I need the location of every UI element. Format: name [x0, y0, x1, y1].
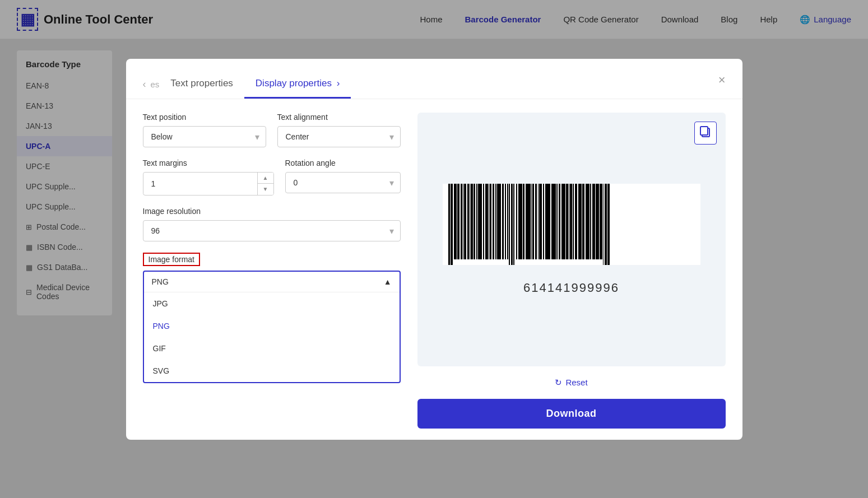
image-format-dropdown: JPG PNG GIF SVG: [144, 292, 400, 382]
svg-rect-113: [591, 184, 591, 259]
svg-rect-89: [533, 184, 534, 259]
svg-rect-106: [573, 184, 574, 259]
format-option-jpg[interactable]: JPG: [144, 292, 400, 315]
image-format-value: PNG: [152, 277, 169, 286]
svg-rect-39: [562, 184, 563, 259]
svg-rect-84: [520, 184, 522, 259]
preview-panel: 614141999996 ↻ Reset Download: [417, 113, 726, 429]
copy-icon: [699, 125, 712, 138]
svg-rect-118: [603, 184, 604, 265]
svg-rect-81: [514, 184, 514, 265]
barcode-preview-area: 614141999996: [417, 113, 726, 366]
svg-rect-95: [547, 184, 549, 259]
text-alignment-label: Text alignment: [277, 113, 401, 122]
text-position-label: Text position: [143, 113, 266, 122]
svg-rect-83: [518, 184, 519, 259]
svg-rect-74: [497, 184, 499, 259]
svg-rect-90: [535, 184, 537, 259]
image-resolution-group: Image resolution 96 ▾: [143, 207, 401, 241]
svg-rect-116: [598, 184, 598, 259]
reset-label: Reset: [565, 378, 587, 387]
svg-rect-112: [588, 184, 590, 259]
image-format-group: Image format PNG ▲ JPG PNG GIF SVG: [143, 253, 401, 383]
download-button[interactable]: Download: [417, 399, 726, 429]
image-format-select[interactable]: PNG ▲ JPG PNG GIF SVG: [143, 271, 401, 383]
format-option-png[interactable]: PNG: [144, 315, 400, 337]
svg-rect-66: [478, 184, 480, 259]
svg-rect-34: [546, 184, 547, 259]
svg-rect-71: [490, 184, 491, 259]
svg-rect-87: [528, 184, 530, 259]
svg-rect-103: [567, 184, 568, 259]
text-margins-group: Text margins 1 ▲ ▼: [143, 159, 274, 196]
tab-display-properties[interactable]: Display properties ›: [244, 70, 351, 99]
form-panel: Text position Below ▾ Text alignment: [143, 113, 401, 429]
svg-rect-63: [471, 184, 473, 259]
text-margins-label: Text margins: [143, 159, 274, 167]
svg-rect-57: [458, 184, 459, 259]
svg-rect-120: [607, 184, 609, 265]
svg-rect-117: [600, 184, 602, 259]
text-margins-spinners: ▲ ▼: [257, 173, 273, 195]
svg-rect-92: [540, 184, 542, 259]
svg-rect-119: [605, 184, 606, 265]
svg-rect-99: [557, 184, 558, 259]
text-alignment-group: Text alignment Center ▾: [277, 113, 401, 147]
svg-rect-70: [489, 184, 489, 259]
form-row-3: Image resolution 96 ▾: [143, 207, 401, 241]
svg-rect-91: [538, 184, 539, 259]
rotation-angle-label: Rotation angle: [285, 159, 401, 167]
reset-icon: ↻: [555, 378, 562, 388]
svg-rect-108: [578, 184, 579, 259]
image-format-trigger[interactable]: PNG ▲: [144, 272, 400, 292]
modal-close-button[interactable]: ×: [718, 73, 726, 95]
svg-rect-1: [700, 127, 708, 135]
rotation-angle-group: Rotation angle 0 ▾: [285, 159, 401, 196]
svg-rect-69: [485, 184, 488, 259]
svg-rect-61: [467, 184, 468, 259]
text-alignment-select[interactable]: Center: [277, 126, 401, 147]
modal-prev-arrow[interactable]: ‹: [143, 78, 146, 90]
svg-rect-64: [474, 184, 475, 259]
image-format-chevron-up: ▲: [384, 277, 392, 286]
svg-rect-62: [470, 184, 470, 259]
modal-body: Text position Below ▾ Text alignment: [126, 99, 742, 440]
format-option-svg[interactable]: SVG: [144, 360, 400, 382]
svg-rect-79: [509, 184, 510, 265]
svg-rect-77: [505, 184, 506, 259]
svg-rect-97: [551, 184, 554, 259]
text-margins-field[interactable]: 1: [143, 174, 257, 194]
svg-rect-76: [502, 184, 504, 259]
svg-rect-114: [592, 184, 595, 259]
svg-rect-107: [575, 184, 577, 259]
image-format-label-wrapper: Image format: [143, 253, 401, 271]
image-resolution-select-wrapper: 96 ▾: [143, 220, 401, 241]
svg-rect-94: [545, 184, 546, 259]
text-margins-up[interactable]: ▲: [258, 173, 273, 184]
rotation-angle-select[interactable]: 0: [285, 172, 401, 193]
svg-rect-59: [463, 184, 463, 259]
text-margins-input[interactable]: 1 ▲ ▼: [143, 172, 274, 196]
modal: ‹ es Text properties Display properties …: [126, 59, 742, 440]
form-row-2: Text margins 1 ▲ ▼ Rotation angle: [143, 159, 401, 196]
image-resolution-select[interactable]: 96: [143, 220, 401, 241]
svg-rect-60: [465, 184, 466, 259]
modal-prev-tab-text: es: [151, 80, 160, 89]
svg-rect-86: [526, 184, 527, 259]
svg-rect-72: [493, 184, 494, 259]
text-position-select[interactable]: Below: [143, 126, 266, 147]
text-margins-down[interactable]: ▼: [258, 184, 273, 195]
svg-rect-101: [561, 184, 562, 259]
reset-button[interactable]: ↻ Reset: [555, 378, 587, 388]
tab-text-properties[interactable]: Text properties: [159, 70, 244, 99]
svg-rect-104: [569, 184, 569, 259]
copy-button[interactable]: [694, 122, 717, 145]
svg-rect-105: [570, 184, 572, 259]
svg-rect-109: [581, 184, 581, 259]
svg-rect-100: [559, 184, 560, 259]
svg-rect-56: [456, 184, 457, 259]
svg-rect-35: [549, 184, 550, 259]
svg-rect-80: [511, 184, 513, 265]
format-option-gif[interactable]: GIF: [144, 337, 400, 360]
rotation-angle-select-wrapper: 0 ▾: [285, 172, 401, 193]
